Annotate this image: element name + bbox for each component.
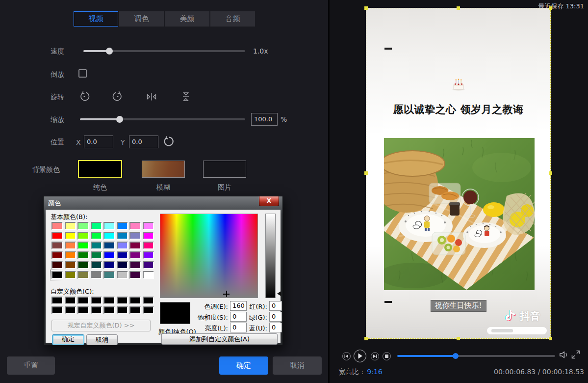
color-swatch[interactable] [117, 222, 128, 230]
color-swatch[interactable] [117, 297, 128, 304]
color-swatch[interactable] [51, 297, 63, 304]
stop-button[interactable] [383, 352, 391, 360]
color-swatch[interactable] [129, 222, 141, 230]
color-swatch[interactable] [65, 261, 76, 269]
color-swatch[interactable] [91, 222, 102, 230]
selection-handle[interactable] [549, 6, 552, 10]
color-swatch[interactable] [143, 232, 154, 240]
luminance-input[interactable]: 0 [230, 323, 247, 332]
background-solid-swatch[interactable] [78, 160, 122, 178]
position-reset-icon[interactable] [163, 136, 175, 147]
color-swatch[interactable] [51, 232, 63, 240]
color-swatch[interactable] [129, 271, 141, 279]
color-swatch[interactable] [143, 306, 154, 314]
color-swatch[interactable] [65, 222, 76, 230]
fullscreen-icon[interactable] [571, 350, 581, 359]
color-swatch[interactable] [117, 232, 128, 240]
scale-slider[interactable] [80, 118, 245, 120]
reset-button[interactable]: 重置 [7, 356, 55, 375]
color-field-crosshair-icon[interactable] [223, 291, 230, 297]
color-swatch[interactable] [77, 251, 89, 259]
add-to-custom-colors-button[interactable]: 添加到自定义颜色(A) [161, 333, 278, 345]
color-swatch[interactable] [51, 242, 63, 249]
color-swatch[interactable] [77, 242, 89, 249]
speed-slider[interactable] [83, 50, 245, 52]
aspect-ratio-value[interactable]: 9:16 [367, 368, 382, 377]
background-blur-swatch[interactable] [142, 161, 185, 178]
red-input[interactable]: 0 [269, 301, 282, 311]
dialog-ok-button[interactable]: 确定 [52, 334, 84, 345]
luminance-arrow-icon[interactable] [277, 291, 281, 296]
color-swatch[interactable] [91, 297, 102, 304]
color-swatch[interactable] [103, 271, 115, 279]
color-swatch[interactable] [143, 222, 154, 230]
rotate-ccw-icon[interactable] [78, 91, 90, 103]
color-swatch[interactable] [143, 297, 154, 304]
color-swatch[interactable] [117, 306, 128, 314]
color-swatch[interactable] [117, 271, 128, 279]
color-swatch[interactable] [103, 242, 115, 249]
color-swatch[interactable] [143, 261, 154, 269]
color-swatch[interactable] [129, 232, 141, 240]
dialog-cancel-button[interactable]: 取消 [86, 334, 118, 345]
color-swatch[interactable] [77, 232, 89, 240]
selection-handle[interactable] [364, 171, 368, 175]
volume-icon[interactable] [558, 349, 569, 360]
rotate-cw-icon[interactable] [112, 91, 124, 103]
color-swatch[interactable] [65, 306, 76, 314]
color-swatch[interactable] [129, 242, 141, 249]
scale-slider-knob[interactable] [116, 116, 123, 123]
color-swatch[interactable] [117, 251, 128, 259]
color-swatch[interactable] [65, 271, 76, 279]
hue-input[interactable]: 160 [230, 301, 247, 311]
tab-beauty[interactable]: 美颜 [165, 11, 209, 27]
color-swatch[interactable] [129, 261, 141, 269]
color-swatch[interactable] [91, 251, 102, 259]
flip-horizontal-icon[interactable] [146, 91, 157, 103]
color-swatch[interactable] [65, 242, 76, 249]
reverse-checkbox[interactable] [78, 69, 87, 78]
selection-handle[interactable] [457, 6, 460, 10]
color-swatch[interactable] [51, 222, 63, 230]
define-custom-colors-button[interactable]: 规定自定义颜色(D) >> [51, 320, 151, 331]
next-frame-button[interactable] [371, 352, 379, 360]
selection-handle[interactable] [364, 337, 368, 340]
color-swatch[interactable] [77, 222, 89, 230]
color-swatch[interactable] [117, 242, 128, 249]
green-input[interactable]: 0 [269, 312, 282, 322]
color-swatch[interactable] [129, 306, 141, 314]
color-swatch[interactable] [65, 297, 76, 304]
scale-input[interactable]: 100.0 [251, 113, 278, 126]
color-swatch[interactable] [103, 297, 115, 304]
color-swatch[interactable] [51, 306, 63, 314]
color-swatch[interactable] [77, 271, 89, 279]
color-swatch[interactable] [129, 251, 141, 259]
selection-handle[interactable] [549, 171, 552, 175]
luminance-bar[interactable] [265, 214, 276, 298]
video-subtitle-text[interactable]: 祝你生日快乐! [430, 300, 486, 312]
playback-progress-knob[interactable] [453, 353, 459, 359]
tab-color-grading[interactable]: 调色 [119, 11, 164, 27]
position-x-input[interactable]: 0.0 [84, 136, 113, 148]
color-swatch[interactable] [77, 261, 89, 269]
position-y-input[interactable]: 0.0 [129, 136, 158, 148]
color-swatch[interactable] [91, 242, 102, 249]
previous-frame-button[interactable] [342, 352, 351, 360]
dialog-close-icon[interactable]: X [259, 196, 279, 206]
video-title-text[interactable]: 愿以诚挚之心 领岁月之教诲 [366, 103, 550, 116]
color-swatch[interactable] [103, 232, 115, 240]
color-swatch[interactable] [77, 306, 89, 314]
tab-audio[interactable]: 音频 [210, 11, 255, 27]
color-swatch[interactable] [65, 251, 76, 259]
color-swatch[interactable] [117, 261, 128, 269]
color-swatch[interactable] [143, 251, 154, 259]
cancel-button[interactable]: 取消 [273, 356, 322, 375]
tab-video[interactable]: 视频 [74, 11, 118, 27]
color-swatch[interactable] [51, 271, 63, 279]
color-swatch[interactable] [103, 306, 115, 314]
color-swatch[interactable] [91, 271, 102, 279]
playback-progress-slider[interactable] [397, 355, 555, 357]
play-button[interactable] [354, 350, 366, 362]
background-image-swatch[interactable] [203, 161, 246, 178]
color-swatch[interactable] [77, 297, 89, 304]
